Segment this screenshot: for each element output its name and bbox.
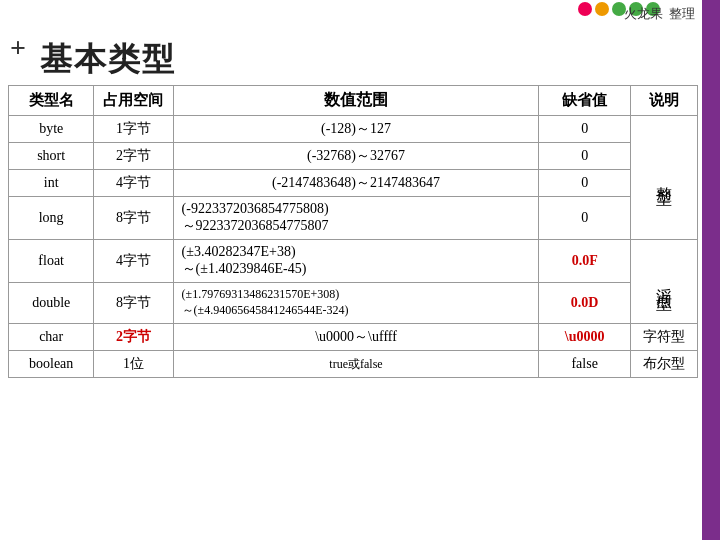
cell-type-char: char [9, 324, 94, 351]
page-title: 基本类型 [40, 38, 176, 82]
cell-default-double: 0.0D [539, 283, 630, 324]
table-row: double 8字节 (±1.79769313486231570E+308)～(… [9, 283, 698, 324]
table-row: int 4字节 (-2147483648)～2147483647 0 [9, 170, 698, 197]
cell-range-char: \u0000～\uffff [173, 324, 539, 351]
cell-range-int: (-2147483648)～2147483647 [173, 170, 539, 197]
table-header-row: 类型名 占用空间 数值范围 缺省值 说明 [9, 86, 698, 116]
table-row: short 2字节 (-32768)～32767 0 [9, 143, 698, 170]
plus-sign: + [10, 32, 26, 64]
cell-range-long: (-9223372036854775808)～92233720368547758… [173, 197, 539, 240]
cell-default-byte: 0 [539, 116, 630, 143]
cell-type-long: long [9, 197, 94, 240]
cell-type-int: int [9, 170, 94, 197]
types-table: 类型名 占用空间 数值范围 缺省值 说明 byte 1字节 (-128)～127… [8, 85, 698, 378]
cell-space-char: 2字节 [94, 324, 173, 351]
table-row: byte 1字节 (-128)～127 0 整型 [9, 116, 698, 143]
cell-range-float: (±3.40282347E+38)～(±1.40239846E-45) [173, 240, 539, 283]
table-row: char 2字节 \u0000～\uffff \u0000 字符型 [9, 324, 698, 351]
cell-space-long: 8字节 [94, 197, 173, 240]
label-huolonguo: 火龙果 [624, 6, 663, 21]
table-row: float 4字节 (±3.40282347E+38)～(±1.40239846… [9, 240, 698, 283]
circle-2 [595, 2, 609, 16]
cell-note-boolean: 布尔型 [630, 351, 697, 378]
cell-range-byte: (-128)～127 [173, 116, 539, 143]
right-decoration-bar [702, 0, 720, 540]
cell-type-short: short [9, 143, 94, 170]
cell-default-boolean: false [539, 351, 630, 378]
header-range: 数值范围 [173, 86, 539, 116]
cell-range-short: (-32768)～32767 [173, 143, 539, 170]
cell-space-int: 4字节 [94, 170, 173, 197]
top-right-label: 火龙果 整理 [624, 5, 696, 23]
cell-default-char: \u0000 [539, 324, 630, 351]
cell-type-byte: byte [9, 116, 94, 143]
header-space: 占用空间 [94, 86, 173, 116]
label-zhengli: 整理 [669, 6, 695, 21]
cell-note-float: 浮点型 [630, 240, 697, 324]
table-row: boolean 1位 true或false false 布尔型 [9, 351, 698, 378]
cell-default-long: 0 [539, 197, 630, 240]
note-zheng-xing: 整型 [653, 174, 674, 182]
cell-space-double: 8字节 [94, 283, 173, 324]
cell-space-short: 2字节 [94, 143, 173, 170]
cell-type-double: double [9, 283, 94, 324]
cell-space-byte: 1字节 [94, 116, 173, 143]
cell-note-char: 字符型 [630, 324, 697, 351]
header-default: 缺省值 [539, 86, 630, 116]
cell-space-float: 4字节 [94, 240, 173, 283]
cell-type-float: float [9, 240, 94, 283]
cell-default-int: 0 [539, 170, 630, 197]
cell-range-double: (±1.79769313486231570E+308)～(±4.94065645… [173, 283, 539, 324]
table-row: long 8字节 (-9223372036854775808)～92233720… [9, 197, 698, 240]
header-note: 说明 [630, 86, 697, 116]
cell-space-boolean: 1位 [94, 351, 173, 378]
cell-default-float: 0.0F [539, 240, 630, 283]
note-fu-dian-xing: 浮点型 [653, 275, 674, 287]
cell-type-boolean: boolean [9, 351, 94, 378]
header-type: 类型名 [9, 86, 94, 116]
cell-default-short: 0 [539, 143, 630, 170]
cell-note-byte: 整型 [630, 116, 697, 240]
circle-1 [578, 2, 592, 16]
cell-range-boolean: true或false [173, 351, 539, 378]
data-table-container: 类型名 占用空间 数值范围 缺省值 说明 byte 1字节 (-128)～127… [8, 85, 698, 378]
